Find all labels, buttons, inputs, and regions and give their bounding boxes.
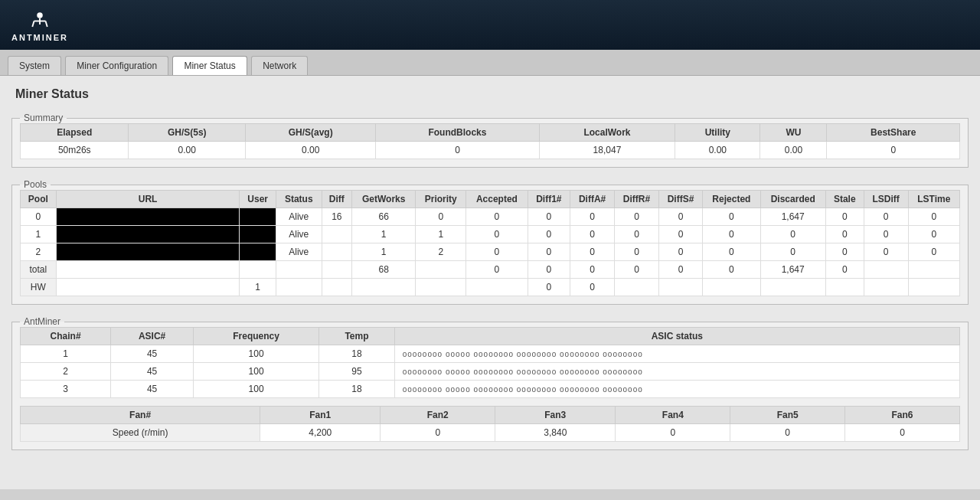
- fan-col-fan5: Fan5: [730, 407, 845, 424]
- chain-1-status: oooooooo ooooo oooooooo oooooooo ooooooo…: [394, 345, 959, 363]
- pool-total-stale: 0: [825, 261, 864, 279]
- pools-table: Pool URL User Status Diff GetWorks Prior…: [20, 190, 960, 296]
- pool-2-diffa: 0: [570, 243, 615, 261]
- pool-1-diffs: 0: [658, 226, 702, 243]
- pool-hw-user: 1: [240, 279, 276, 296]
- pool-total-priority: [416, 261, 466, 279]
- fan-col-num: Fan#: [21, 407, 260, 424]
- chain-3-status: oooooooo ooooo oooooooo oooooooo ooooooo…: [394, 381, 959, 398]
- pool-1-diff: [322, 226, 352, 243]
- pool-1-getworks: 1: [352, 226, 416, 243]
- tab-network[interactable]: Network: [251, 56, 308, 75]
- pool-2-stale: 0: [825, 243, 864, 261]
- summary-legend: Summary: [20, 113, 67, 123]
- pool-2-rejected: 0: [703, 243, 761, 261]
- pools-col-pool: Pool: [21, 191, 57, 208]
- pool-total-getworks: 68: [352, 261, 416, 279]
- pool-2-getworks: 1: [352, 243, 416, 261]
- pools-col-getworks: GetWorks: [352, 191, 416, 208]
- pool-1-rejected: 0: [703, 226, 761, 243]
- pools-col-diffs: DiffS#: [658, 191, 702, 208]
- summary-col-bestshare: BestShare: [827, 124, 960, 142]
- pools-section: Pools Pool URL User Status Diff GetWorks…: [11, 179, 969, 305]
- svg-line-4: [46, 21, 47, 27]
- chain-row-2: 2 45 100 95 oooooooo ooooo oooooooo oooo…: [21, 363, 960, 381]
- chain-1-frequency: 100: [193, 345, 318, 363]
- pool-2-diff: [322, 243, 352, 261]
- pool-hw-priority: [416, 279, 466, 296]
- chain-2-frequency: 100: [193, 363, 318, 381]
- pools-col-diff: Diff: [322, 191, 352, 208]
- summary-wu: 0.00: [760, 142, 827, 159]
- svg-point-0: [37, 12, 43, 18]
- content: Miner Status Summary Elapsed GH/S(5s) GH…: [0, 76, 980, 489]
- summary-col-wu: WU: [760, 124, 827, 142]
- pool-0-rejected: 0: [703, 208, 761, 226]
- chain-col-asic: ASIC#: [111, 328, 194, 345]
- chain-col-temp: Temp: [319, 328, 394, 345]
- pool-2-priority: 2: [416, 243, 466, 261]
- pool-0-diffs: 0: [658, 208, 702, 226]
- chain-2-status: oooooooo ooooo oooooooo oooooooo ooooooo…: [394, 363, 959, 381]
- fan-speed-row: Speed (r/min) 4,200 0 3,840 0 0 0: [21, 424, 960, 442]
- pool-0-discarded: 1,647: [760, 208, 825, 226]
- fan-table: Fan# Fan1 Fan2 Fan3 Fan4 Fan5 Fan6 Speed…: [20, 406, 960, 442]
- pool-1-diff1: 0: [528, 226, 570, 243]
- pool-0-diff: 16: [322, 208, 352, 226]
- pool-hw-diff: [322, 279, 352, 296]
- pool-2-lsdiff: 0: [864, 243, 908, 261]
- pools-col-user: User: [240, 191, 276, 208]
- pool-total-status: [276, 261, 322, 279]
- pool-0-diffa: 0: [570, 208, 615, 226]
- nav-bar: System Miner Configuration Miner Status …: [0, 50, 980, 76]
- pool-hw-diffs: [658, 279, 702, 296]
- pool-hw-rejected: [703, 279, 761, 296]
- pools-col-discarded: Discarded: [760, 191, 825, 208]
- chain-col-frequency: Frequency: [193, 328, 318, 345]
- pool-total-diffa: 0: [570, 261, 615, 279]
- pool-0-user: [240, 208, 276, 226]
- summary-col-ghs5s: GH/S(5s): [129, 124, 246, 142]
- pool-hw-status: [276, 279, 322, 296]
- summary-col-foundblocks: FoundBlocks: [376, 124, 539, 142]
- logo-area: ANTMINER: [11, 8, 68, 42]
- pool-0-diffr: 0: [615, 208, 659, 226]
- pool-2-accepted: 0: [466, 243, 528, 261]
- fan-speed-5: 0: [730, 424, 845, 442]
- pool-total-diff: [322, 261, 352, 279]
- chain-2-num: 2: [21, 363, 111, 381]
- pool-2-status: Alive: [276, 243, 322, 261]
- fan-speed-label: Speed (r/min): [21, 424, 260, 442]
- pool-0-num: 0: [21, 208, 57, 226]
- summary-utility: 0.00: [675, 142, 760, 159]
- pool-2-url: [56, 243, 240, 261]
- summary-foundblocks: 0: [376, 142, 539, 159]
- tab-miner-status[interactable]: Miner Status: [172, 56, 247, 75]
- pool-total-user: [240, 261, 276, 279]
- pool-0-status: Alive: [276, 208, 322, 226]
- pool-row-2: 2 Alive 1 2 0 0 0 0 0 0 0 0 0 0: [21, 243, 960, 261]
- pool-1-user: [240, 226, 276, 243]
- chain-3-temp: 18: [319, 381, 394, 398]
- chain-3-asic: 45: [111, 381, 194, 398]
- tab-system[interactable]: System: [8, 56, 61, 75]
- pool-total-row: total 68 0 0 0 0 0 0 1,647 0: [21, 261, 960, 279]
- pool-1-num: 1: [21, 226, 57, 243]
- pool-2-diffr: 0: [615, 243, 659, 261]
- pool-hw-diff1: 0: [528, 279, 570, 296]
- footer: Copyright © 2013-2014, Bitmain Technolog…: [0, 489, 980, 500]
- fan-speed-4: 0: [616, 424, 730, 442]
- pools-col-rejected: Rejected: [703, 191, 761, 208]
- pools-legend: Pools: [20, 179, 51, 190]
- pool-2-discarded: 0: [760, 243, 825, 261]
- chain-col-status: ASIC status: [394, 328, 959, 345]
- chain-col-chain: Chain#: [21, 328, 111, 345]
- pool-hw-diffr: [615, 279, 659, 296]
- antminer-section: AntMiner Chain# ASIC# Frequency Temp ASI…: [11, 316, 969, 450]
- tab-miner-configuration[interactable]: Miner Configuration: [65, 56, 168, 75]
- pool-0-url: [56, 208, 240, 226]
- pool-hw-url: [56, 279, 240, 296]
- chain-1-temp: 18: [319, 345, 394, 363]
- summary-ghsavg: 0.00: [246, 142, 376, 159]
- pools-col-priority: Priority: [416, 191, 466, 208]
